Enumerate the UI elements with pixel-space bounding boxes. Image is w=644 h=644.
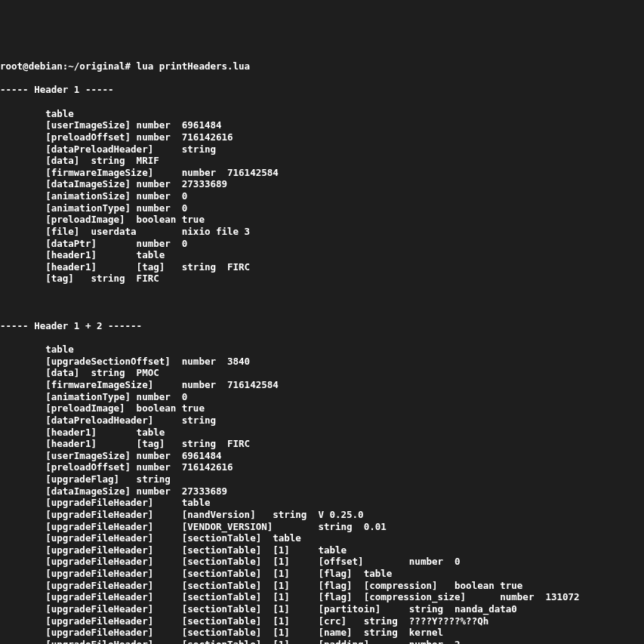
output-line: [upgradeFileHeader] [sectionTable] [1] [… <box>0 556 644 568</box>
output-line: [upgradeFileHeader] [sectionTable] [1] [… <box>0 603 644 615</box>
output-line: [upgradeFileHeader] [sectionTable] [1] [… <box>0 615 644 627</box>
output-line: [animationType] number 0 <box>0 391 644 403</box>
output-line: [data] string PMOC <box>0 367 644 379</box>
output-line: [animationType] number 0 <box>0 202 644 214</box>
output-line: [header1] [tag] string FIRC <box>0 438 644 450</box>
output-line: [upgradeFileHeader] [VENDOR_VERSION] str… <box>0 521 644 533</box>
output-line: [header1] table <box>0 249 644 261</box>
output-line: [upgradeFileHeader] [sectionTable] [1] [… <box>0 580 644 592</box>
output-line: [dataPreloadHeader] string <box>0 414 644 427</box>
output-line: [upgradeSectionOffset] number 3840 <box>0 356 644 368</box>
output-line: [upgradeFileHeader] [sectionTable] [1] [… <box>0 591 644 603</box>
output-line: [preloadImage] boolean true <box>0 214 644 226</box>
command-prompt: root@debian:~/original# lua printHeaders… <box>0 60 644 72</box>
output-line: table <box>0 344 644 356</box>
output-line: [upgradeFlag] string <box>0 473 644 485</box>
header1-title: ----- Header 1 ----- <box>0 84 644 96</box>
header2-lines: table [upgradeSectionOffset] number 3840… <box>0 344 644 644</box>
output-line: [upgradeFileHeader] table <box>0 497 644 509</box>
output-line: [header1] table <box>0 427 644 439</box>
header2-title: ----- Header 1 + 2 ------ <box>0 320 644 332</box>
output-line: [userImageSize] number 6961484 <box>0 450 644 462</box>
output-line: [preloadImage] boolean true <box>0 402 644 414</box>
blank-line <box>0 297 644 309</box>
output-line: [userImageSize] number 6961484 <box>0 119 644 131</box>
output-line: [upgradeFileHeader] [sectionTable] [1] t… <box>0 544 644 556</box>
output-line: [firmwareImageSize] number 716142584 <box>0 167 644 179</box>
output-line: [dataPreloadHeader] string <box>0 143 644 156</box>
output-line: [upgradeFileHeader] [sectionTable] [1] [… <box>0 568 644 580</box>
output-line: [upgradeFileHeader] [nandVersion] string… <box>0 509 644 521</box>
output-line: [animationSize] number 0 <box>0 190 644 202</box>
output-line: [upgradeFileHeader] [sectionTable] [1] [… <box>0 627 644 639</box>
output-line: [file] userdata nixio file 3 <box>0 226 644 238</box>
output-line: [firmwareImageSize] number 716142584 <box>0 379 644 391</box>
output-line: [preloadOffset] number 716142616 <box>0 461 644 473</box>
header1-lines: table [userImageSize] number 6961484 [pr… <box>0 108 644 285</box>
output-line: [dataImageSize] number 27333689 <box>0 178 644 190</box>
output-line: [upgradeFileHeader] [sectionTable] [1] [… <box>0 639 644 644</box>
output-line: [upgradeFileHeader] [sectionTable] table <box>0 532 644 544</box>
output-line: [dataImageSize] number 27333689 <box>0 485 644 498</box>
output-line: table <box>0 108 644 120</box>
output-line: [dataPtr] number 0 <box>0 238 644 250</box>
output-line: [data] string MRIF <box>0 155 644 167</box>
output-line: [tag] string FIRC <box>0 273 644 285</box>
output-line: [preloadOffset] number 716142616 <box>0 131 644 143</box>
output-line: [header1] [tag] string FIRC <box>0 261 644 273</box>
terminal-output: root@debian:~/original# lua printHeaders… <box>0 48 644 645</box>
